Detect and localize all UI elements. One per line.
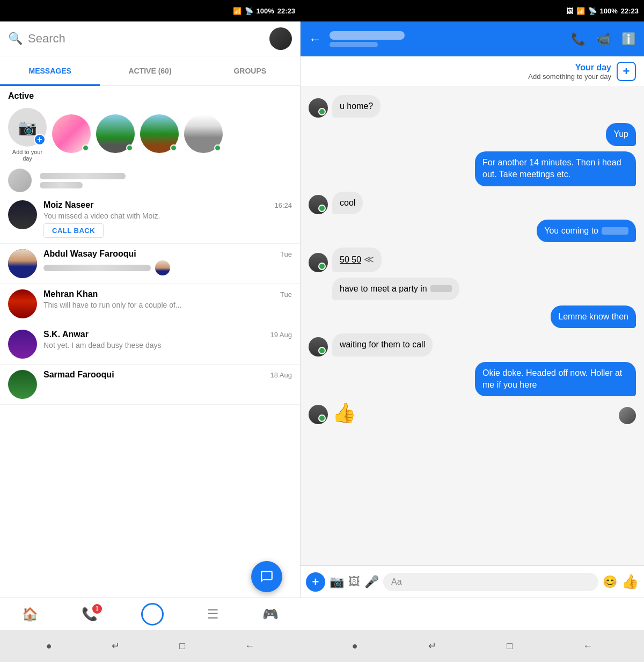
msg-header-mehran: Mehran Khan Tue xyxy=(43,289,292,299)
bottom-nav-right xyxy=(301,598,644,630)
story-item-4[interactable] xyxy=(184,114,223,155)
message-item-sarmad[interactable]: Sarmad Farooqui 18 Aug xyxy=(0,365,300,405)
story-add-item[interactable]: 📷 + Add to your day xyxy=(8,108,47,162)
chat-image-icon[interactable]: 🖼 xyxy=(348,575,360,589)
chat-contact-status-blurred xyxy=(330,42,378,47)
search-placeholder[interactable]: Search xyxy=(28,32,269,46)
chat-emoji-icon[interactable]: 😊 xyxy=(603,575,617,589)
right-panel: ← 📞 📹 ℹ️ Your day Add something to your … xyxy=(301,21,644,598)
msg-bubble-row-4: cool xyxy=(309,192,636,214)
msg-thumbsup: 👍 xyxy=(332,402,356,424)
msg-bubble-row-6: 50 50 ≪ xyxy=(309,248,636,272)
your-day-add-button[interactable]: + xyxy=(617,62,636,81)
story-online-3 xyxy=(170,144,177,151)
msg-bubble-row-2: Yup xyxy=(309,123,636,146)
msg-time-sk: 19 Aug xyxy=(270,331,292,339)
nav-phone[interactable]: 📞 1 xyxy=(82,607,98,622)
chat-input-bar: + 📷 🖼 🎤 Aa 😊 👍 xyxy=(301,565,644,598)
sys-square-right[interactable]: □ xyxy=(507,641,513,652)
msg-content-moiz: Moiz Naseer 16:24 You missed a video cha… xyxy=(43,200,292,238)
story-item-1[interactable] xyxy=(52,114,91,155)
sys-square-left[interactable]: □ xyxy=(179,641,185,652)
msg-bubble-row-8: Lemme know then xyxy=(309,305,636,328)
msg-avatar-moiz xyxy=(8,200,37,229)
msg-bubble-3: For another 14 minutes. Then i head out.… xyxy=(475,151,636,186)
msg-header-sarmad: Sarmad Farooqui 18 Aug xyxy=(43,370,292,380)
sys-return-left[interactable]: ↵ xyxy=(112,640,120,652)
status-bar-left: 📶 📡 100% 22:23 xyxy=(0,0,301,21)
msg-avatar-sarmad xyxy=(8,370,37,399)
info-button[interactable]: ℹ️ xyxy=(621,32,636,46)
msg-avatar-sk xyxy=(8,330,37,359)
msg-preview-sk: Not yet. I am dead busy these days xyxy=(43,341,292,350)
msg-content-sk: S.K. Anwar 19 Aug Not yet. I am dead bus… xyxy=(43,330,292,350)
active-avatar-placeholder xyxy=(8,169,32,192)
msg-content-mehran: Mehran Khan Tue This will have to run on… xyxy=(43,289,292,309)
online-dot-4 xyxy=(318,205,326,212)
sys-dot-right: ● xyxy=(352,641,358,652)
signal-icon-right: 📡 xyxy=(588,7,597,15)
wasay-blurred-preview xyxy=(43,265,151,271)
msg-bubble-avatar-4 xyxy=(309,195,328,214)
chat-like-button[interactable]: 👍 xyxy=(621,573,639,590)
online-dot-11 xyxy=(318,414,326,422)
story-add-button[interactable]: + xyxy=(34,134,46,146)
msg-bubble-5: You coming to xyxy=(537,220,636,242)
back-button[interactable]: ← xyxy=(309,32,321,47)
message-item-wasay[interactable]: Abdul Wasay Farooqui Tue xyxy=(0,244,300,284)
tab-messages[interactable]: MESSAGES xyxy=(0,56,100,85)
msg-name-wasay: Abdul Wasay Farooqui xyxy=(43,249,136,259)
compose-fab[interactable] xyxy=(251,561,282,592)
nav-search-circle[interactable] xyxy=(141,603,164,625)
msg-name-moiz: Moiz Naseer xyxy=(43,200,93,210)
nav-home[interactable]: 🏠 xyxy=(22,607,38,622)
battery-right: 100% xyxy=(600,7,618,15)
msg-name-sarmad: Sarmad Farooqui xyxy=(43,370,114,380)
nav-game[interactable]: 🎮 xyxy=(262,607,279,622)
status-bar: 📶 📡 100% 22:23 🖼 📶 📡 100% 22:23 xyxy=(0,0,644,21)
message-item-moiz[interactable]: Moiz Naseer 16:24 You missed a video cha… xyxy=(0,195,300,244)
tab-groups[interactable]: GROUPS xyxy=(200,56,300,85)
msg-time-sarmad: 18 Aug xyxy=(270,371,292,379)
sys-back-right[interactable]: ← xyxy=(583,641,592,652)
sys-dot-left: ● xyxy=(46,641,52,652)
msg-name-mehran: Mehran Khan xyxy=(43,289,98,299)
user-avatar[interactable] xyxy=(269,27,292,50)
story-item-2[interactable] xyxy=(96,114,135,155)
msg-bubble-row-1: u home? xyxy=(309,95,636,118)
chat-text-input[interactable]: Aa xyxy=(383,573,598,591)
wifi-icon-right: 📶 xyxy=(576,7,585,15)
msg-bubble-1: u home? xyxy=(332,95,380,118)
message-item-sk[interactable]: S.K. Anwar 19 Aug Not yet. I am dead bus… xyxy=(0,324,300,365)
chat-plus-button[interactable]: + xyxy=(306,572,325,592)
msg-bubble-row-10: Okie doke. Headed off now. Holler at me … xyxy=(309,362,636,397)
msg-bubble-6: 50 50 ≪ xyxy=(332,248,382,272)
msg-header-wasay: Abdul Wasay Farooqui Tue xyxy=(43,249,292,259)
tab-active[interactable]: ACTIVE (60) xyxy=(100,56,200,85)
search-bar[interactable]: 🔍 Search xyxy=(0,21,300,56)
share-icon[interactable]: ≪ xyxy=(364,253,374,266)
msg-bubble-10: Okie doke. Headed off now. Holler at me … xyxy=(475,362,636,397)
chat-mic-icon[interactable]: 🎤 xyxy=(364,575,379,589)
video-call-button[interactable]: 📹 xyxy=(596,32,611,46)
call-button[interactable]: 📞 xyxy=(571,32,586,46)
msg-header-sk: S.K. Anwar 19 Aug xyxy=(43,330,292,339)
msg-avatar-mehran xyxy=(8,289,37,318)
msg-time-mehran: Tue xyxy=(280,290,292,299)
story-item-3[interactable] xyxy=(140,114,179,155)
online-dot-9 xyxy=(318,347,326,354)
your-day-subtitle: Add something to your day xyxy=(528,72,611,81)
phone-badge: 1 xyxy=(92,604,102,614)
msg-bubble-row-3: For another 14 minutes. Then i head out.… xyxy=(309,151,636,186)
nav-menu[interactable]: ☰ xyxy=(207,607,219,622)
message-item-mehran[interactable]: Mehran Khan Tue This will have to run on… xyxy=(0,284,300,324)
sys-back-left[interactable]: ← xyxy=(245,641,254,652)
callback-button-moiz[interactable]: CALL BACK xyxy=(43,223,104,238)
battery-left: 100% xyxy=(257,7,274,15)
story-avatar-4 xyxy=(184,114,223,153)
sent-user-avatar xyxy=(619,407,636,424)
msg-text-5050: 50 50 xyxy=(340,254,361,266)
sys-return-right[interactable]: ↵ xyxy=(428,640,436,652)
chat-camera-icon[interactable]: 📷 xyxy=(330,575,344,589)
image-icon-top: 🖼 xyxy=(566,7,573,15)
